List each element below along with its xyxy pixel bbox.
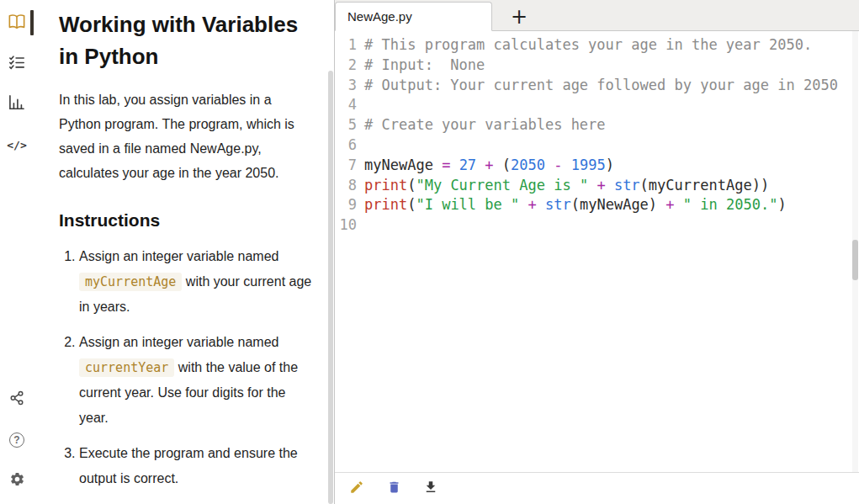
- code-editor-area[interactable]: 1# This program calculates your age in t…: [335, 31, 859, 472]
- line-number: 4: [335, 95, 357, 115]
- left-icon-strip: </> ?: [0, 0, 34, 504]
- sidebar-item-settings[interactable]: [0, 464, 34, 497]
- edit-button[interactable]: [347, 479, 367, 499]
- tab-label: NewAge.py: [347, 9, 412, 24]
- lab-app: </> ? Working with Variables in Python: [0, 0, 859, 504]
- code-icon: </>: [7, 139, 26, 151]
- code-line-text: print("My Current Age is " + str(myCurre…: [364, 176, 769, 196]
- open-book-icon: [8, 13, 26, 34]
- line-number: 7: [335, 156, 357, 176]
- code-line[interactable]: 10: [335, 215, 859, 236]
- sidebar-item-activities[interactable]: [0, 47, 34, 81]
- code-line[interactable]: 9print("I will be " + str(myNewAge) + " …: [335, 195, 859, 215]
- editor-scrollbar[interactable]: [852, 31, 858, 472]
- bar-chart-icon: [8, 95, 25, 114]
- editor-scrollbar-thumb[interactable]: [852, 240, 858, 280]
- line-number: 2: [335, 56, 357, 76]
- tab-newage-py[interactable]: NewAge.py: [335, 2, 492, 31]
- code-line[interactable]: 5# Create your variables here: [335, 115, 859, 135]
- code-line-text: print("I will be " + str(myNewAge) + " i…: [364, 195, 787, 215]
- line-number: 10: [335, 215, 357, 236]
- code-line-text: # This program calculates your age in th…: [364, 35, 812, 56]
- share-icon: [9, 390, 24, 409]
- code-line-text: # Output: Your current age followed by y…: [364, 76, 838, 96]
- line-number: 8: [335, 176, 357, 196]
- code-line[interactable]: 1# This program calculates your age in t…: [335, 35, 859, 56]
- instruction-step: Assign an integer variable named myCurre…: [79, 244, 314, 320]
- instructions-step-list: Assign an integer variable named myCurre…: [59, 244, 314, 491]
- trash-icon: [387, 480, 401, 498]
- code-line[interactable]: 4: [335, 95, 859, 115]
- line-number: 9: [335, 195, 357, 215]
- code-line-text: # Input: None: [364, 56, 485, 76]
- checklist-icon: [8, 55, 25, 73]
- pencil-icon: [349, 480, 364, 498]
- sidebar-item-progress[interactable]: [0, 88, 34, 121]
- instructions-scrollbar-thumb[interactable]: [328, 71, 333, 504]
- line-number: 1: [335, 35, 357, 56]
- lab-intro-text: In this lab, you assign variables in a P…: [59, 88, 314, 185]
- instruction-step: Execute the program and ensure the outpu…: [79, 441, 314, 491]
- code-line[interactable]: 8print("My Current Age is " + str(myCurr…: [335, 176, 859, 196]
- delete-file-button[interactable]: [384, 479, 404, 499]
- editor-toolbar: [335, 472, 859, 504]
- instructions-heading: Instructions: [59, 210, 314, 231]
- inline-code: currentYear: [79, 358, 174, 377]
- download-icon: [423, 480, 438, 498]
- editor-tab-bar: NewAge.py +: [335, 0, 859, 31]
- code-line[interactable]: 7myNewAge = 27 + (2050 - 1995): [335, 156, 859, 176]
- code-line[interactable]: 6: [335, 135, 859, 156]
- new-tab-button[interactable]: +: [511, 7, 528, 27]
- sidebar-item-code[interactable]: </>: [0, 128, 34, 162]
- code-editor-panel: NewAge.py + 1# This program calculates y…: [334, 0, 859, 504]
- line-number: 5: [335, 115, 357, 135]
- sidebar-item-lab[interactable]: [0, 7, 34, 40]
- code-line[interactable]: 3# Output: Your current age followed by …: [335, 76, 859, 96]
- code-line-text: myNewAge = 27 + (2050 - 1995): [364, 156, 614, 176]
- sidebar-item-share[interactable]: [0, 383, 34, 416]
- page-title: Working with Variables in Python: [59, 8, 314, 72]
- code-lines: 1# This program calculates your age in t…: [335, 35, 859, 236]
- line-number: 6: [335, 135, 357, 156]
- download-button[interactable]: [421, 479, 441, 499]
- instructions-panel: Working with Variables in Python In this…: [34, 0, 334, 504]
- instruction-step: Assign an integer variable named current…: [79, 330, 314, 431]
- line-number: 3: [335, 76, 357, 96]
- settings-icon: [9, 471, 25, 491]
- instructions-scrollbar[interactable]: [328, 0, 333, 504]
- code-line[interactable]: 2# Input: None: [335, 56, 859, 76]
- code-line-text: # Create your variables here: [364, 115, 606, 135]
- help-icon: ?: [9, 432, 24, 448]
- inline-code: myCurrentAge: [79, 273, 182, 291]
- sidebar-item-help[interactable]: ?: [0, 423, 34, 457]
